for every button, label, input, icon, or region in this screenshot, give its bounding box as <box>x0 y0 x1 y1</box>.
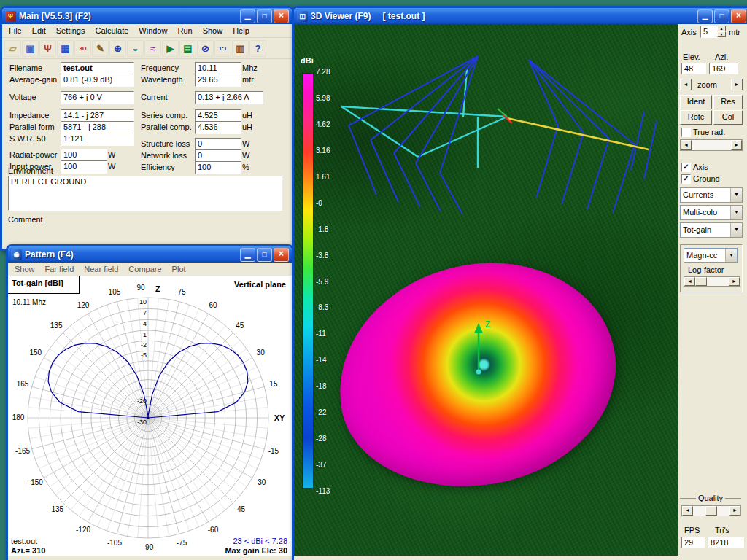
ground-checkbox[interactable]: ✓ <box>681 174 691 184</box>
svg-text:XY: XY <box>274 413 285 422</box>
rotation-scrollbar[interactable]: ◄► <box>680 139 743 151</box>
menu-plot[interactable]: Plot <box>167 263 191 275</box>
svg-text:-150: -150 <box>28 478 43 486</box>
main-titlebar[interactable]: Ψ Main [V5.5.3] (F2) ▁ □ × <box>2 8 292 24</box>
smith-chart-icon[interactable]: ⊘ <box>197 40 214 57</box>
log-factor-slider[interactable]: ◄ ► <box>684 276 740 287</box>
svg-text:-45: -45 <box>235 505 246 513</box>
result-left-field[interactable]: 0.81 (-0.9 dB) <box>61 74 134 87</box>
3d-view-icon[interactable]: 3D <box>74 40 91 57</box>
zoom-out-button[interactable]: ◄ <box>680 79 692 90</box>
books-icon[interactable]: ▥ <box>232 40 249 57</box>
menu-edit[interactable]: Edit <box>27 25 51 36</box>
currents-dropdown[interactable]: Currents ▼ <box>680 187 743 203</box>
result-right-unit: W <box>242 139 249 148</box>
svg-text:75: 75 <box>178 288 187 296</box>
menu-show[interactable]: Show <box>9 263 40 275</box>
maximize-button[interactable]: □ <box>257 248 272 262</box>
true-rad-label: True rad. <box>693 128 725 136</box>
ident-button[interactable]: Ident <box>680 95 712 109</box>
svg-text:10: 10 <box>139 298 147 306</box>
menu-far-field[interactable]: Far field <box>40 263 80 275</box>
antenna-icon[interactable]: Ψ <box>39 40 56 57</box>
svg-text:135: 135 <box>50 322 63 330</box>
menu-file[interactable]: File <box>4 25 27 36</box>
rotc-button[interactable]: Rotc <box>680 110 712 125</box>
z-axis-arrow: Z <box>474 319 490 375</box>
viewport-3d[interactable]: dBi 7.285.984.623.161.61-0-1.8-3.8-5.9-8… <box>294 24 678 556</box>
minimize-button[interactable]: ▁ <box>240 9 255 23</box>
zoom-in-button[interactable]: ► <box>731 79 743 90</box>
result-left-field[interactable]: 766 + j 0 V <box>61 91 134 104</box>
maximize-button[interactable]: □ <box>257 9 272 23</box>
chevron-down-icon[interactable]: ▼ <box>725 249 737 262</box>
menu-run[interactable]: Run <box>172 25 197 36</box>
result-right-field[interactable]: 0.13 + j 2.66 A <box>195 91 263 104</box>
axis-checkbox-label: Axis <box>693 163 708 171</box>
polar-chart[interactable]: -165-150-135-120-105-90-75-60-45-30-1515… <box>8 276 287 556</box>
result-right-field[interactable]: 29.65 <box>195 74 241 87</box>
magn-dropdown[interactable]: Magn-cc ▼ <box>684 248 738 262</box>
axis-checkbox[interactable]: ✓ <box>681 163 691 172</box>
svg-text:90: 90 <box>136 284 145 292</box>
chevron-down-icon[interactable]: ▼ <box>730 206 742 219</box>
maximize-button[interactable]: □ <box>714 9 729 23</box>
result-left-field[interactable]: 1:121 <box>61 133 134 146</box>
chevron-down-icon[interactable]: ▼ <box>730 188 742 202</box>
pattern-titlebar[interactable]: ◉ Pattern (F4) ▁ □ × <box>8 246 292 262</box>
menu-help[interactable]: Help <box>228 25 255 36</box>
svg-text:-105: -105 <box>107 539 122 547</box>
open-file-icon[interactable]: ▱ <box>4 40 21 57</box>
menu-compare[interactable]: Compare <box>123 263 166 275</box>
menu-near-field[interactable]: Near field <box>79 263 123 275</box>
viewer-titlebar[interactable]: ◫ 3D Viewer (F9) [ test.out ] ▁ □ × <box>294 8 747 24</box>
menu-window[interactable]: Window <box>133 25 172 36</box>
menu-settings[interactable]: Settings <box>51 25 90 36</box>
chevron-down-icon[interactable]: ▼ <box>730 223 742 237</box>
geometry-icon[interactable]: ▦ <box>57 40 74 57</box>
col-button[interactable]: Col <box>713 110 743 125</box>
minimize-button[interactable]: ▁ <box>697 9 713 23</box>
boom-wire <box>507 118 649 149</box>
table-icon[interactable]: ▤ <box>179 40 196 57</box>
help-icon[interactable]: ? <box>249 40 266 57</box>
run-icon[interactable]: ▶ <box>162 40 179 57</box>
main-window: Ψ Main [V5.5.3] (F2) ▁ □ × FileEditSetti… <box>0 6 294 251</box>
result-left-field[interactable]: 100 <box>61 160 107 174</box>
svg-text:-60: -60 <box>208 526 219 534</box>
far-field-icon[interactable]: ◒ <box>127 40 144 57</box>
true-rad-checkbox[interactable] <box>681 128 691 137</box>
environment-box[interactable]: PERFECT GROUND <box>8 176 282 211</box>
minimize-button[interactable]: ▁ <box>240 248 255 262</box>
multicolor-dropdown[interactable]: Multi-colo ▼ <box>680 205 743 220</box>
svg-text:30: 30 <box>257 349 266 357</box>
viewer-window-title: 3D Viewer (F9) <box>311 11 371 21</box>
one-to-one-icon[interactable]: 1:1 <box>214 40 231 57</box>
totgain-dropdown[interactable]: Tot-gain ▼ <box>680 222 743 238</box>
pattern-menubar: ShowFar fieldNear fieldComparePlot <box>8 262 292 276</box>
pattern-plot-area: -165-150-135-120-105-90-75-60-45-30-1515… <box>8 276 292 556</box>
svg-text:150: 150 <box>30 349 42 357</box>
quality-slider[interactable]: ◄ ► <box>681 505 741 516</box>
result-right-field[interactable]: 100 <box>195 161 241 174</box>
menu-show[interactable]: Show <box>198 25 228 36</box>
main-menubar: FileEditSettingsCalculateWindowRunShowHe… <box>2 24 292 38</box>
result-left-label: Radiat-power <box>9 150 57 159</box>
svg-text:-30: -30 <box>137 419 147 426</box>
axis-size-stepper[interactable]: ▲▼ <box>717 26 726 37</box>
edit-icon[interactable]: ✎ <box>92 40 109 57</box>
svg-text:180: 180 <box>12 413 25 421</box>
result-right-field[interactable]: 4.536 <box>195 121 241 134</box>
result-right-label: Network loss <box>141 151 187 160</box>
close-button[interactable]: × <box>731 9 746 23</box>
copy-icon[interactable]: ▣ <box>22 40 39 57</box>
svg-text:-15: -15 <box>268 447 279 455</box>
menu-calculate[interactable]: Calculate <box>90 25 133 36</box>
environment-label: Environment <box>8 166 53 175</box>
sweep-icon[interactable]: ≈ <box>144 40 161 57</box>
result-right-unit: Mhz <box>242 63 258 72</box>
close-button[interactable]: × <box>274 248 289 262</box>
globe-icon[interactable]: ⊕ <box>109 40 126 57</box>
close-button[interactable]: × <box>274 9 289 23</box>
res-button[interactable]: Res <box>713 95 743 109</box>
